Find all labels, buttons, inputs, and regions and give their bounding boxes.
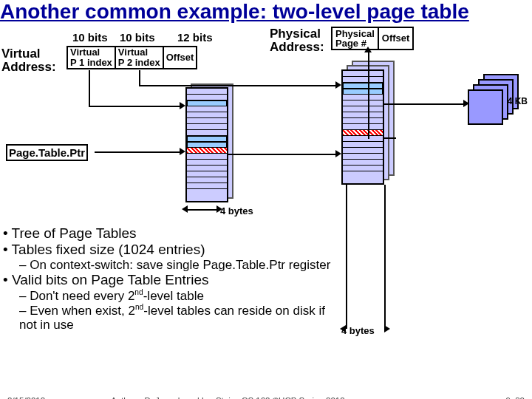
slide-title: Another common example: two-level page t… [0, 0, 469, 24]
arrow-va-p2-v [139, 70, 140, 85]
arrow-l2-to-phys [383, 103, 464, 105]
page-table-ptr-box: Page.Table.Ptr [6, 144, 88, 161]
physical-address-fields: Physical Page # Offset [331, 27, 414, 50]
arrow-head-l1l2 [335, 150, 341, 157]
footer-attribution: Anthony D. Joseph and Ion Stoica CS 162 … [111, 396, 345, 399]
arrow-4b1 [188, 209, 217, 211]
arrow-l2-to-pa-h [383, 137, 396, 139]
arrow-head-4b1-r [216, 205, 222, 213]
arrow-head-4b1-l [182, 205, 188, 213]
bullet-2: • Tables fixed size (1024 entries) [3, 242, 520, 258]
arrow-head-va-p1 [180, 102, 185, 109]
virtual-address-label: Virtual Address: [1, 47, 56, 74]
arrow-head-va-p2 [335, 81, 341, 89]
arrow-head-ptp [180, 148, 185, 155]
bullet-2a: – On context-switch: save single Page.Ta… [19, 258, 520, 273]
arrow-va-p1-v [89, 70, 90, 106]
arrow-l1-to-l2 [227, 154, 336, 155]
footer-date: 2/15/2012 [7, 396, 45, 399]
va-bits-3: 12 bits [177, 31, 213, 44]
bullet-3b: – Even when exist, 2nd-level tables can … [19, 303, 344, 332]
bullet-1: • Tree of Page Tables [3, 225, 520, 242]
footer-page: 9. 30 [505, 396, 525, 399]
bullet-list: • Tree of Page Tables • Tables fixed siz… [3, 225, 520, 332]
bullet-3: • Valid bits on Page Table Entries [3, 272, 520, 288]
arrow-ptp-to-l1 [95, 151, 180, 153]
va-bits-1: 10 bits [72, 31, 108, 44]
l2-page-table [341, 69, 384, 185]
arrow-l2-to-pa-v [368, 52, 369, 139]
entry-size-label-1: 4 bytes [220, 205, 253, 216]
arrow-head-phys [463, 100, 469, 107]
va-bits-2: 10 bits [120, 31, 155, 44]
arrow-va-p1-h [89, 106, 180, 107]
l1-page-table [185, 87, 228, 202]
bullet-3a: – Don't need every 2nd-level table [19, 288, 520, 303]
virtual-address-fields: VirtualP 1 index VirtualP 2 index Offset [66, 46, 197, 69]
phys-page [468, 89, 503, 125]
arrow-va-p2-h [139, 85, 335, 86]
physical-address-label: Physical Address: [270, 27, 324, 54]
arrow-head-pa [364, 47, 372, 52]
page-size-label: 4 KB [508, 96, 528, 106]
